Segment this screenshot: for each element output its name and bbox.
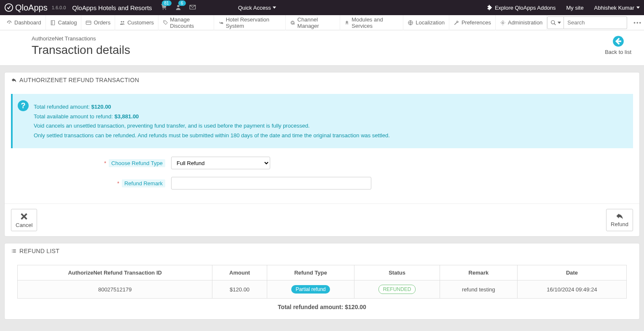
refund-list-panel: REFUND LIST AuthorizeNet Refund Transact… [4, 243, 640, 320]
th-date: Date [517, 265, 626, 280]
refund-remark-input[interactable] [171, 177, 371, 190]
svg-point-9 [502, 22, 504, 24]
info-alert: ? Total refunded amount: $120.00 Total a… [11, 94, 633, 148]
page-header: AuthorizeNet Transactions Transaction de… [0, 30, 644, 66]
svg-point-6 [123, 21, 124, 22]
hotel-name: QloApps Hotels and Resorts [72, 4, 152, 11]
cell-date: 16/10/2024 09:49:24 [517, 280, 626, 299]
app-logo[interactable]: QloApps [4, 3, 48, 13]
tag-icon [163, 20, 168, 26]
caret-down-icon [273, 6, 276, 9]
wrench-icon [453, 20, 459, 26]
svg-point-5 [121, 21, 123, 22]
th-remark: Remark [440, 265, 517, 280]
app-name: QloApps [15, 3, 48, 13]
search-input[interactable] [564, 16, 627, 29]
menu-hotel[interactable]: Hotel Reservation System [214, 15, 286, 30]
caret-down-icon [558, 21, 561, 24]
cancel-button[interactable]: Cancel [11, 209, 37, 231]
user-badge: 6 [178, 0, 186, 6]
users-button[interactable]: 6 [175, 4, 182, 12]
bed-icon [218, 20, 223, 26]
refund-type-row: *Choose Refund Type Full Refund [11, 157, 633, 169]
refund-remark-row: *Refund Remark [11, 177, 633, 190]
panel-heading: REFUND LIST [5, 243, 639, 259]
gauge-icon [6, 20, 12, 26]
quick-access-dropdown[interactable]: Quick Access [238, 5, 276, 11]
quick-access-label: Quick Access [238, 5, 271, 11]
menubar: Dashboard Catalog Orders Customers Manag… [0, 15, 644, 30]
close-icon [19, 212, 29, 221]
breadcrumb: AuthorizeNet Transactions [32, 35, 130, 42]
logo-icon [4, 3, 13, 12]
table-row: 80027512179 $120.00 Partial refund REFUN… [18, 280, 627, 299]
back-to-list-button[interactable]: Back to list [605, 35, 631, 55]
reply-icon [614, 212, 625, 220]
menu-customers[interactable]: Customers [115, 15, 158, 30]
refund-type-badge: Partial refund [291, 285, 330, 294]
cell-refund-type: Partial refund [267, 280, 354, 299]
gear-icon [500, 20, 506, 26]
th-amount: Amount [212, 265, 267, 280]
status-badge: REFUNDED [378, 285, 416, 294]
menu-dashboard[interactable]: Dashboard [2, 15, 46, 30]
svg-point-7 [164, 21, 165, 22]
svg-point-1 [163, 9, 164, 10]
question-icon: ? [18, 100, 29, 111]
refund-type-select[interactable]: Full Refund [171, 157, 270, 169]
table-header-row: AuthorizeNet Refund Transaction ID Amoun… [18, 265, 627, 280]
th-refund-type: Refund Type [267, 265, 354, 280]
mysite-link[interactable]: My site [566, 5, 583, 11]
refresh-icon [290, 20, 295, 26]
cart-button[interactable]: 81 [161, 4, 167, 12]
globe-icon [408, 20, 413, 26]
refund-table: AuthorizeNet Refund Transaction ID Amoun… [17, 265, 627, 299]
explore-addons-link[interactable]: Explore QloApps Addons [487, 5, 556, 11]
cell-remark: refund testing [440, 280, 517, 299]
th-transaction-id: AuthorizeNet Refund Transaction ID [18, 265, 212, 280]
menu-catalog[interactable]: Catalog [46, 15, 82, 30]
search-group [547, 16, 627, 29]
user-menu[interactable]: Abhishek Kumar [594, 5, 640, 11]
caret-down-icon [636, 6, 640, 9]
cart-badge: 81 [162, 0, 172, 6]
cell-status: REFUNDED [354, 280, 440, 299]
more-button[interactable]: ••• [633, 19, 642, 26]
panel-heading: AUTHORIZENET REFUND TRANSACTION [5, 72, 639, 88]
svg-point-10 [551, 20, 555, 24]
menu-channel[interactable]: Channel Manager [286, 15, 340, 30]
puzzle-icon [487, 5, 493, 11]
svg-point-2 [165, 9, 166, 10]
list-icon [11, 248, 17, 254]
svg-rect-4 [86, 21, 91, 24]
cell-amount: $120.00 [212, 280, 267, 299]
menu-modules[interactable]: Modules and Services [340, 15, 403, 30]
th-status: Status [354, 265, 440, 280]
reply-icon [11, 77, 17, 83]
puzzle-icon [344, 20, 349, 26]
mail-button[interactable] [189, 4, 196, 12]
refund-type-label: Choose Refund Type [109, 159, 165, 167]
menu-admin[interactable]: Administration [496, 15, 547, 30]
back-arrow-icon [612, 35, 624, 47]
page-title: Transaction details [32, 43, 130, 57]
credit-card-icon [86, 20, 91, 26]
users-icon [119, 20, 125, 26]
search-icon [550, 20, 556, 26]
refund-transaction-panel: AUTHORIZENET REFUND TRANSACTION ? Total … [4, 72, 640, 237]
menu-discounts[interactable]: Manage Discounts [158, 15, 214, 30]
topbar: QloApps 1.6.0.0 QloApps Hotels and Resor… [0, 0, 644, 15]
refund-button[interactable]: Refund [606, 209, 633, 231]
book-icon [50, 20, 56, 26]
search-button[interactable] [547, 16, 564, 29]
mail-icon [189, 4, 196, 11]
menu-orders[interactable]: Orders [81, 15, 115, 30]
cell-transaction-id: 80027512179 [18, 280, 212, 299]
menu-preferences[interactable]: Preferences [449, 15, 496, 30]
table-summary: Total refunded amount: $120.00 [17, 299, 627, 313]
menu-localization[interactable]: Localization [403, 15, 449, 30]
version-label: 1.6.0.0 [52, 5, 66, 10]
refund-remark-label: Refund Remark [122, 179, 165, 187]
